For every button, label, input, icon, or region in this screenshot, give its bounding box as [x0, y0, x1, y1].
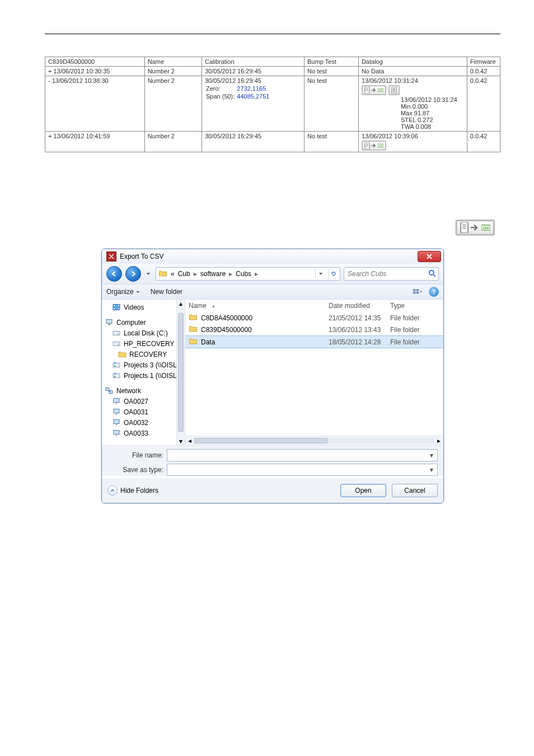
sidebar-scrollbar[interactable]: ▴ ▾	[176, 300, 185, 445]
chevron-right-icon: ▸	[254, 270, 259, 278]
new-folder-button[interactable]: New folder	[151, 288, 182, 296]
dialog-titlebar: Export To CSV	[102, 249, 443, 264]
save-as-type-input[interactable]: ▾	[167, 464, 438, 476]
nav-forward-button[interactable]	[125, 266, 141, 282]
refresh-button[interactable]	[328, 269, 339, 279]
session-row[interactable]: - 13/06/2012 10:38:30Number 230/05/2012 …	[45, 76, 500, 132]
sidebar-item[interactable]: Computer	[105, 317, 184, 328]
folder-icon	[158, 269, 167, 279]
file-list: Name▴ Date modified Type C8D8A45000000 2…	[185, 300, 443, 445]
folder-icon	[189, 325, 198, 334]
sidebar-item[interactable]: OA0033	[105, 428, 184, 438]
sidebar-item[interactable]: Projects 1 (\\OISL	[105, 370, 184, 381]
app-icon	[106, 251, 116, 262]
sidebar-item[interactable]: HP_RECOVERY (D	[105, 338, 184, 349]
col-fw-header: Firmware	[467, 57, 500, 67]
view-options-button[interactable]	[413, 287, 423, 297]
organize-label: Organize	[106, 288, 134, 296]
close-button[interactable]	[418, 251, 441, 262]
session-row[interactable]: + 13/06/2012 10:41:59Number 230/05/2012 …	[45, 132, 500, 152]
file-row[interactable]: Data 18/05/2012 14:28 File folder	[185, 335, 443, 348]
export-dialog: Export To CSV « Cub ▸ software ▸ Cubs ▸	[101, 249, 444, 503]
nav-back-button[interactable]	[106, 266, 122, 282]
search-input[interactable]	[346, 269, 428, 278]
sidebar-item[interactable]: Network	[105, 385, 184, 396]
cancel-button[interactable]: Cancel	[392, 484, 438, 497]
file-row[interactable]: C839D45000000 13/06/2012 13:43 File fold…	[185, 324, 443, 335]
page-divider	[45, 34, 500, 34]
save-as-type-dropdown[interactable]: ▾	[427, 466, 436, 474]
hide-folders-button[interactable]: Hide Folders	[107, 486, 158, 496]
filecol-type-header[interactable]: Type	[390, 302, 440, 310]
sidebar-item[interactable]: OA0031	[105, 407, 184, 417]
file-hscrollbar[interactable]: ◂ ▸	[185, 436, 443, 445]
breadcrumb-part[interactable]: Cubs	[235, 270, 252, 278]
breadcrumb: « Cub ▸ software ▸ Cubs ▸	[170, 270, 313, 278]
address-bar[interactable]: « Cub ▸ software ▸ Cubs ▸	[156, 267, 340, 281]
file-name-input[interactable]: ▾	[167, 449, 438, 461]
nav-history-dropdown[interactable]	[144, 271, 152, 277]
breadcrumb-leading: «	[170, 270, 176, 278]
session-row[interactable]: + 13/06/2012 10:30:35Number 230/05/2012 …	[45, 67, 500, 76]
open-button[interactable]: Open	[340, 484, 386, 497]
hide-folders-label: Hide Folders	[120, 487, 158, 494]
col-name-header: Name	[144, 57, 202, 67]
breadcrumb-part[interactable]: Cub	[177, 270, 191, 278]
device-id-header: C839D45000000	[45, 57, 145, 67]
sidebar-item[interactable]: OA0032	[105, 417, 184, 428]
chevron-right-icon: ▸	[228, 270, 233, 278]
file-name-label: File name:	[107, 451, 163, 459]
search-box[interactable]	[344, 267, 439, 281]
sidebar-item[interactable]: Videos	[105, 302, 184, 312]
col-cal-header: Calibration	[202, 57, 304, 67]
sessions-table: C839D45000000 Name Calibration Bump Test…	[45, 57, 500, 152]
nav-sidebar: VideosComputerLocal Disk (C:)HP_RECOVERY…	[102, 300, 185, 445]
organize-menu[interactable]: Organize	[106, 288, 140, 296]
file-name-dropdown[interactable]: ▾	[427, 451, 436, 459]
chevron-right-icon: ▸	[193, 270, 198, 278]
search-icon	[428, 269, 436, 278]
file-row[interactable]: C8D8A45000000 21/05/2012 14:35 File fold…	[185, 312, 443, 324]
filecol-name-header[interactable]: Name▴	[189, 302, 329, 310]
row-csv-button[interactable]	[362, 85, 386, 95]
sidebar-item[interactable]: OA0027	[105, 396, 184, 407]
folder-icon	[189, 337, 198, 347]
dialog-title: Export To CSV	[120, 253, 163, 260]
sidebar-item[interactable]: Local Disk (C:)	[105, 328, 184, 338]
breadcrumb-part[interactable]: software	[199, 270, 227, 278]
new-folder-label: New folder	[151, 288, 182, 296]
sidebar-item[interactable]: Projects 3 (\\OISL	[105, 360, 184, 370]
row-list-button[interactable]	[388, 85, 400, 95]
folder-icon	[189, 313, 198, 323]
export-csv-button[interactable]	[456, 220, 495, 236]
filecol-date-header[interactable]: Date modified	[329, 302, 390, 310]
save-as-type-label: Save as type:	[107, 466, 163, 474]
help-button[interactable]: ?	[429, 287, 439, 297]
chevron-up-icon	[107, 486, 118, 496]
col-bump-header: Bump Test	[305, 57, 359, 67]
sidebar-item[interactable]: RECOVERY	[105, 349, 184, 360]
address-dropdown[interactable]	[315, 269, 326, 279]
row-csv-button[interactable]	[362, 141, 386, 151]
col-datalog-header: Datalog	[358, 57, 467, 67]
